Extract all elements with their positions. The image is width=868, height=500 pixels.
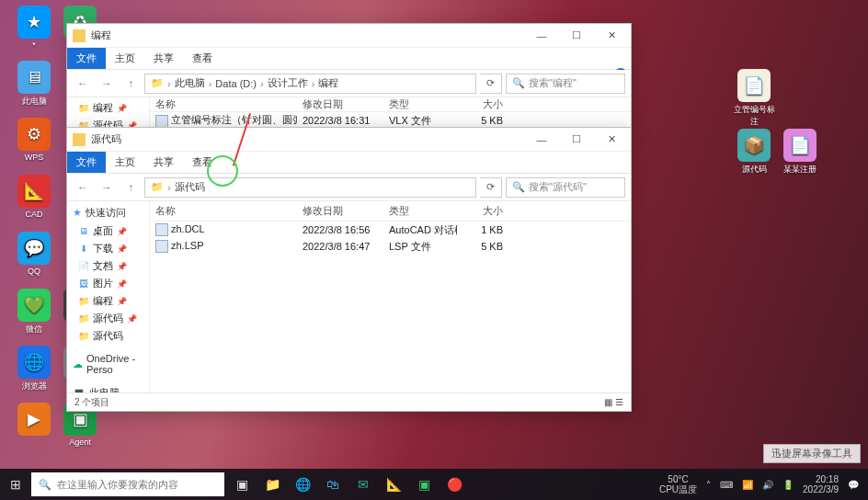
desktop-icon[interactable]: 💬QQ (11, 232, 57, 276)
tab-home[interactable]: 主页 (106, 152, 144, 173)
sidebar-item-pictures[interactable]: 🖼图片📌 (67, 275, 149, 292)
search-icon: 🔍 (512, 77, 525, 89)
close-button[interactable]: ✕ (598, 28, 625, 44)
sidebar-item[interactable]: 📁源代码📌 (67, 310, 149, 327)
column-headers[interactable]: 名称 修改日期 类型 大小 (150, 201, 631, 222)
sidebar-item[interactable]: 📁源代码 (67, 327, 149, 345)
desktop-icon[interactable]: 📐CAD (11, 175, 57, 219)
nav-fwd[interactable]: → (97, 177, 117, 198)
close-button[interactable]: ✕ (598, 131, 625, 148)
desktop-icon[interactable]: ▶ (11, 403, 57, 436)
tab-view[interactable]: 查看 (183, 152, 222, 173)
taskbar: ⊞ 🔍在这里输入你要搜索的内容 ▣ 📁 🌐 🛍 ✉ 📐 ▣ 🔴 50°CCPU温… (0, 469, 868, 500)
wifi-icon[interactable]: 📶 (742, 480, 753, 490)
file-list: 名称 修改日期 类型 大小 立管编号标注（针对圆、圆弧）.VLX2022/3/8… (150, 97, 631, 128)
sidebar-item-downloads[interactable]: ⬇下载📌 (67, 240, 149, 257)
file-row[interactable]: zh.DCL2022/3/8 16:56AutoCAD 对话框...1 KB (150, 222, 631, 238)
nav-back[interactable]: ← (73, 177, 93, 198)
file-icon (155, 240, 168, 253)
ribbon: 文件 主页 共享 查看 (67, 152, 631, 174)
window-title: 编程 (91, 28, 528, 42)
nav-fwd[interactable]: → (97, 74, 117, 94)
desktop-icon[interactable]: ⚙WPS (11, 118, 57, 162)
chevron-up-icon[interactable]: ˄ (706, 480, 711, 490)
app-icon[interactable]: 📐 (380, 471, 407, 498)
taskbar-search[interactable]: 🔍在这里输入你要搜索的内容 (31, 472, 224, 496)
task-view-icon[interactable]: ▣ (228, 471, 256, 498)
nav-back[interactable]: ← (73, 74, 93, 94)
system-tray[interactable]: 50°CCPU温度 ˄ ⌨ 📶 🔊 🔋 20:182022/3/9 💬 (650, 474, 868, 494)
address-bar: ← → ↑ 📁 ›此电脑 ›Data (D:) ›设计工作 ›编程 ⟳ 🔍搜索"… (67, 70, 631, 97)
app-icon[interactable]: 🔴 (440, 471, 468, 498)
titlebar[interactable]: 编程 — ☐ ✕ (67, 24, 631, 48)
sidebar-item[interactable]: 📁编程📌 (67, 99, 149, 117)
ribbon: 文件 主页 共享 查看 ? (67, 48, 631, 70)
onedrive[interactable]: ☁OneDrive - Perso (67, 350, 149, 378)
sidebar-item-desktop[interactable]: 🖥桌面📌 (67, 222, 149, 240)
column-headers[interactable]: 名称 修改日期 类型 大小 (150, 97, 631, 112)
app-icon[interactable]: ▣ (410, 471, 438, 498)
minimize-button[interactable]: — (528, 131, 555, 148)
folder-icon (73, 133, 86, 146)
sidebar-item-documents[interactable]: 📄文档📌 (67, 257, 149, 275)
statusbar: 2 个项目 ▦ ☰ (67, 392, 631, 411)
maximize-button[interactable]: ☐ (563, 28, 590, 44)
battery-icon[interactable]: 🔋 (782, 480, 794, 490)
item-count: 2 个项目 (74, 396, 109, 409)
input-icon[interactable]: ⌨ (720, 480, 733, 490)
breadcrumb[interactable]: 📁 ›源代码 (144, 177, 476, 198)
quick-access[interactable]: ★快速访问 (67, 203, 149, 222)
watermark: 迅捷屏幕录像工具 (763, 444, 861, 463)
refresh-button[interactable]: ⟳ (480, 74, 502, 94)
explorer-icon[interactable]: 📁 (258, 471, 286, 498)
file-row[interactable]: zh.LSP2022/3/8 16:47LSP 文件5 KB (150, 238, 631, 255)
notification-icon[interactable]: 💬 (848, 480, 859, 490)
desktop-icon[interactable]: 🌐浏览器 (11, 346, 57, 392)
view-toggle[interactable]: ▦ ☰ (604, 397, 623, 407)
titlebar[interactable]: 源代码 — ☐ ✕ (67, 128, 631, 152)
sidebar: ★快速访问 🖥桌面📌 ⬇下载📌 📄文档📌 🖼图片📌 📁编程📌 📁源代码📌 📁源代… (67, 201, 150, 411)
tab-view[interactable]: 查看 (183, 48, 222, 69)
clock[interactable]: 20:182022/3/9 (803, 474, 839, 494)
folder-icon (73, 29, 86, 42)
search-input[interactable]: 🔍搜索"编程" (506, 74, 625, 94)
file-icon (155, 223, 168, 236)
maximize-button[interactable]: ☐ (563, 131, 590, 148)
explorer-window-front: 源代码 — ☐ ✕ 文件 主页 共享 查看 ← → ↑ 📁 ›源代码 ⟳ 🔍搜索… (66, 127, 632, 412)
breadcrumb[interactable]: 📁 ›此电脑 ›Data (D:) ›设计工作 ›编程 (144, 74, 476, 94)
start-button[interactable]: ⊞ (0, 469, 31, 500)
file-list: 名称 修改日期 类型 大小 zh.DCL2022/3/8 16:56AutoCA… (150, 201, 631, 411)
desktop-icon[interactable]: 📄立管编号标注 (731, 69, 777, 128)
search-input[interactable]: 🔍搜索"源代码" (506, 177, 625, 198)
tab-file[interactable]: 文件 (67, 152, 106, 173)
minimize-button[interactable]: — (528, 28, 555, 44)
desktop-icon[interactable]: 📦源代码 (731, 129, 777, 176)
search-icon: 🔍 (39, 479, 51, 491)
refresh-button[interactable]: ⟳ (480, 177, 502, 198)
mail-icon[interactable]: ✉ (349, 471, 377, 498)
store-icon[interactable]: 🛍 (319, 471, 347, 498)
tab-share[interactable]: 共享 (144, 48, 183, 69)
nav-up[interactable]: ↑ (120, 177, 141, 198)
window-title: 源代码 (91, 132, 528, 146)
sidebar-item[interactable]: 📁编程📌 (67, 292, 149, 310)
explorer-window-back: 编程 — ☐ ✕ 文件 主页 共享 查看 ? ← → ↑ 📁 ›此电脑 ›Dat… (66, 23, 632, 129)
tab-home[interactable]: 主页 (106, 48, 144, 69)
volume-icon[interactable]: 🔊 (762, 480, 773, 490)
tab-share[interactable]: 共享 (144, 152, 183, 173)
nav-up[interactable]: ↑ (120, 74, 141, 94)
desktop-icon[interactable]: 📄某某注册 (777, 129, 823, 176)
edge-icon[interactable]: 🌐 (289, 471, 316, 498)
file-icon (155, 115, 168, 128)
desktop-icon[interactable]: ★* (11, 6, 57, 50)
tab-file[interactable]: 文件 (67, 48, 106, 69)
desktop-icon[interactable]: 🖥此电脑 (11, 61, 57, 108)
address-bar: ← → ↑ 📁 ›源代码 ⟳ 🔍搜索"源代码" (67, 174, 631, 201)
desktop-icon[interactable]: 💚微信 (11, 289, 57, 335)
search-icon: 🔍 (512, 181, 525, 193)
sidebar: 📁编程📌 📁源代码📌 📁编程 (67, 97, 150, 128)
